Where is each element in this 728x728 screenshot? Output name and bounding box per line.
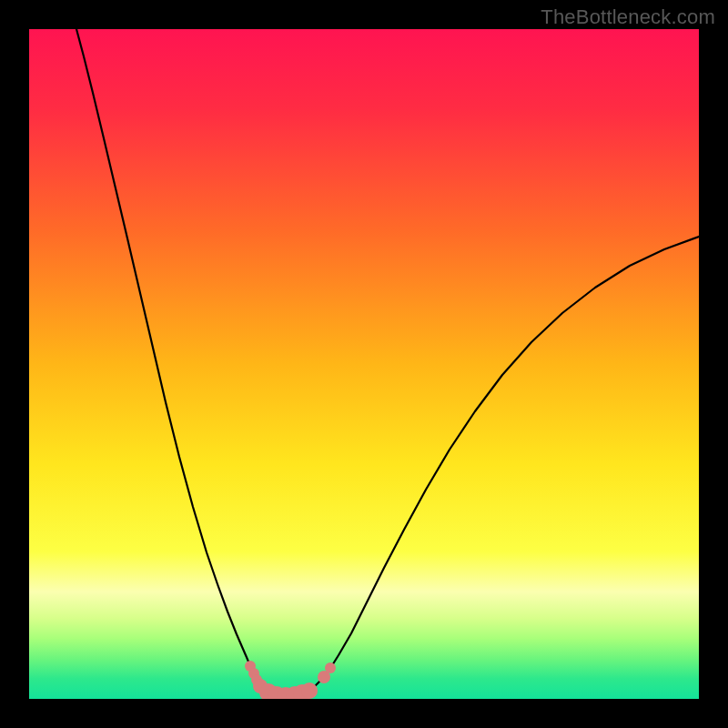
chart-frame: TheBottleneck.com	[0, 0, 728, 728]
highlight-dot	[301, 682, 318, 699]
bottleneck-curve	[76, 29, 699, 697]
watermark-text: TheBottleneck.com	[541, 5, 715, 29]
plot-area	[29, 29, 699, 699]
curve-layer	[29, 29, 699, 699]
highlight-markers	[245, 661, 336, 699]
highlight-dot	[325, 662, 336, 673]
